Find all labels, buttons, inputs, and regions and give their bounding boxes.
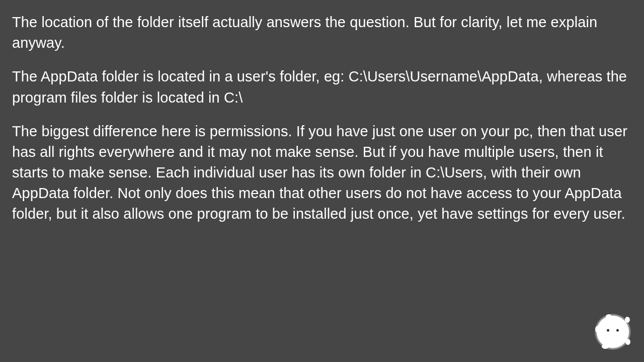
paragraph-permissions: The biggest difference here is permissio… (12, 121, 632, 225)
paragraph-intro: The location of the folder itself actual… (12, 12, 632, 53)
text-content: The location of the folder itself actual… (12, 12, 632, 225)
paragraph-location: The AppData folder is located in a user'… (12, 66, 632, 108)
avatar-icon (597, 316, 629, 348)
